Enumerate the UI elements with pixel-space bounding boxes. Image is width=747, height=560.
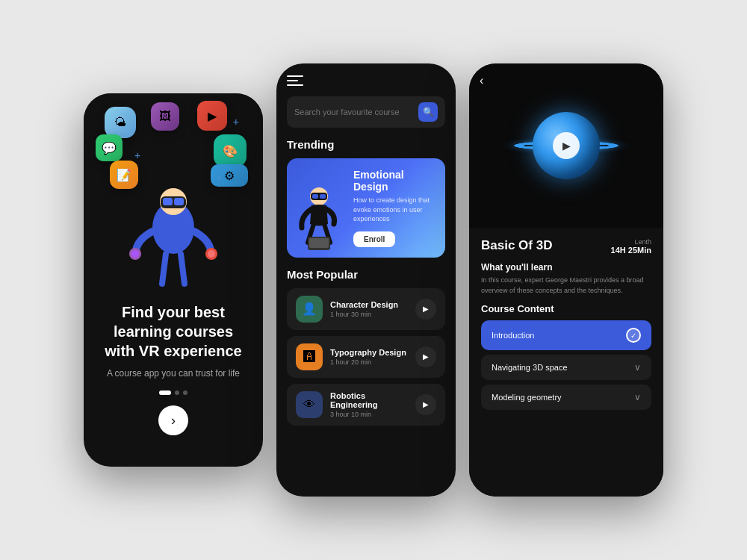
course-icon-3: 👁 [296, 391, 323, 418]
vr-figure [125, 161, 222, 287]
play-button-2[interactable]: ▶ [415, 346, 436, 367]
app-icon-2: 🖼 [151, 102, 179, 131]
planet-body: ▶ [533, 112, 600, 179]
learn-section: What you'll learn In this course, expert… [481, 262, 651, 296]
phone-3-hero: ‹ ▶ [469, 63, 663, 228]
hamburger-line-2 [287, 80, 298, 81]
chevron-icon-2: ∨ [634, 392, 641, 402]
course-name-1: Character Design [330, 300, 408, 309]
phone-3-content: Basic Of 3D Lenth 14H 25Min What you'll … [469, 228, 663, 497]
svg-point-8 [208, 250, 215, 258]
course-info-2: Typography Design 1 hour 20 min [330, 348, 408, 366]
content-item-label-1: Introduction [492, 331, 534, 340]
trending-card-content: Emotional Design How to create design th… [353, 169, 435, 247]
svg-rect-14 [309, 238, 329, 248]
play-video-button[interactable]: ▶ [553, 132, 580, 159]
phone-2: 🔍 Trending [276, 63, 456, 497]
hamburger-line-1 [287, 75, 303, 77]
course-name-2: Typography Design [330, 348, 408, 357]
course-title: Basic Of 3D [481, 238, 552, 253]
course-time-1: 1 hour 30 min [330, 311, 408, 318]
learn-desc: In this course, expert George Maestri pr… [481, 276, 651, 296]
course-length-container: Lenth 14H 25Min [611, 238, 651, 255]
course-item-1[interactable]: 👤 Character Design 1 hour 30 min ▶ [287, 288, 445, 330]
trending-card-desc: How to create design that evoke emotions… [353, 196, 435, 224]
headline: Find your best learning courses with VR … [99, 302, 248, 361]
content-item-2[interactable]: Navigating 3D space ∨ [481, 355, 651, 380]
course-time-3: 3 hour 10 min [330, 411, 408, 418]
app-icon-1: 🌤 [105, 107, 136, 138]
app-icon-4: 💬 [96, 134, 123, 161]
phone-3: ‹ ▶ Basic Of 3D Lenth 14H 25Min What you… [469, 63, 663, 497]
course-item-2[interactable]: 🅰 Typography Design 1 hour 20 min ▶ [287, 336, 445, 378]
course-header: Basic Of 3D Lenth 14H 25Min [481, 238, 651, 255]
search-bar: 🔍 [287, 96, 445, 128]
popular-title: Most Popular [287, 268, 445, 281]
course-info-1: Character Design 1 hour 30 min [330, 300, 408, 318]
pagination-dots [99, 391, 248, 395]
course-icon-2: 🅰 [296, 343, 323, 370]
hero-section: 🌤 🖼 ▶ 💬 🎨 📝 ⚙ + + + [84, 93, 263, 287]
play-button-1[interactable]: ▶ [415, 299, 436, 320]
course-info-3: Robotics Engineering 3 hour 10 min [330, 391, 408, 418]
hamburger-line-3 [287, 84, 303, 86]
plus-decoration-1: + [134, 149, 140, 161]
svg-rect-12 [320, 194, 326, 199]
course-icon-1: 👤 [296, 296, 323, 323]
svg-rect-11 [312, 194, 318, 199]
dot-2 [175, 391, 179, 395]
course-length-value: 14H 25Min [611, 246, 651, 255]
content-item-label-2: Navigating 3D space [492, 363, 568, 372]
course-time-2: 1 hour 20 min [330, 358, 408, 366]
chevron-icon-1: ∨ [634, 362, 641, 373]
enroll-button[interactable]: Enroll [353, 231, 395, 247]
content-item-3[interactable]: Modeling geometry ∨ [481, 385, 651, 410]
search-input[interactable] [294, 108, 412, 116]
phone-1-content: Find your best learning courses with VR … [84, 287, 263, 435]
learn-title: What you'll learn [481, 262, 651, 273]
play-button-3[interactable]: ▶ [415, 394, 436, 415]
content-title: Course Content [481, 303, 651, 314]
phone-1: 🌤 🖼 ▶ 💬 🎨 📝 ⚙ + + + [84, 93, 263, 467]
dot-3 [183, 391, 187, 395]
trending-title: Trending [287, 138, 445, 151]
content-item-1[interactable]: Introduction ✓ [481, 320, 651, 350]
dot-1 [159, 391, 171, 395]
content-list: Introduction ✓ Navigating 3D space ∨ Mod… [481, 320, 651, 410]
plus-decoration-2: + [233, 116, 239, 128]
svg-rect-4 [174, 198, 184, 205]
planet-container: ▶ [514, 97, 619, 194]
subtext: A course app you can trust for life [99, 368, 248, 379]
course-item-3[interactable]: 👁 Robotics Engineering 3 hour 10 min ▶ [287, 384, 445, 426]
svg-rect-3 [163, 198, 173, 205]
content-item-label-3: Modeling geometry [492, 393, 562, 402]
course-list: 👤 Character Design 1 hour 30 min ▶ 🅰 Typ… [287, 288, 445, 426]
trending-figure [293, 183, 345, 258]
course-length-label: Lenth [611, 238, 651, 246]
trending-card-title: Emotional Design [353, 169, 435, 193]
hamburger-menu[interactable] [287, 75, 303, 86]
svg-point-6 [131, 250, 139, 258]
app-icon-3: ▶ [197, 101, 227, 131]
back-button[interactable]: ‹ [480, 74, 483, 87]
check-icon-1: ✓ [626, 328, 641, 343]
phone-2-inner: 🔍 Trending [276, 63, 456, 438]
trending-card[interactable]: Emotional Design How to create design th… [287, 158, 445, 258]
search-button[interactable]: 🔍 [418, 102, 438, 122]
next-button[interactable]: › [158, 405, 188, 435]
course-name-3: Robotics Engineering [330, 391, 408, 409]
